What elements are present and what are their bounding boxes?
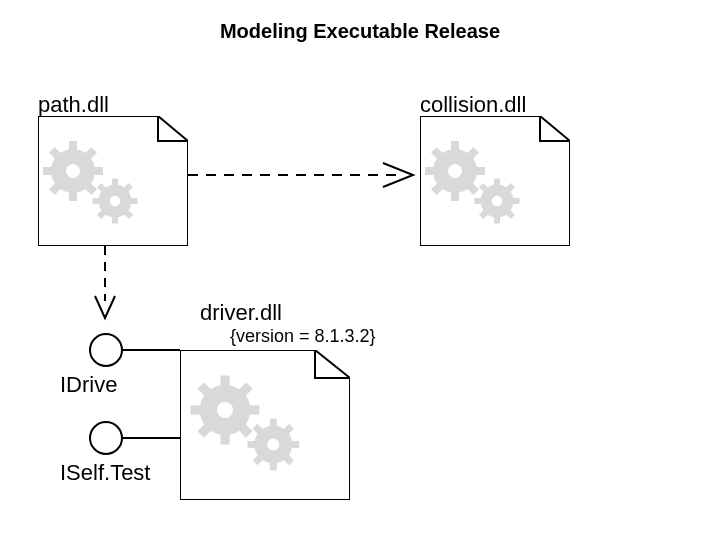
gear-icon: [43, 141, 103, 201]
svg-rect-4: [43, 167, 55, 175]
svg-rect-5: [91, 167, 103, 175]
svg-rect-22: [451, 141, 459, 153]
svg-rect-34: [475, 198, 484, 204]
file-icon: [180, 350, 350, 500]
svg-point-11: [110, 196, 121, 207]
svg-rect-14: [93, 198, 102, 204]
artifact-version-driver: {version = 8.1.3.2}: [230, 326, 376, 347]
artifact-label-path: path.dll: [38, 92, 109, 118]
interface-lollipop-iselftest: [88, 418, 183, 458]
dependency-arrow-path-to-collision: [188, 160, 420, 190]
svg-rect-56: [247, 441, 257, 448]
svg-point-53: [267, 438, 279, 450]
artifact-driver: [180, 350, 350, 500]
svg-rect-47: [246, 405, 260, 414]
svg-rect-44: [220, 376, 229, 390]
interface-lollipop-idrive: [88, 330, 183, 370]
gear-icon: [93, 179, 138, 224]
diagram-stage: path.dll: [0, 60, 720, 540]
gear-icon: [191, 376, 260, 445]
artifact-path: [38, 116, 188, 246]
svg-rect-32: [494, 179, 500, 188]
svg-rect-46: [191, 405, 205, 414]
artifact-collision: [420, 116, 570, 246]
svg-rect-24: [425, 167, 437, 175]
interface-circle-icon: [90, 334, 122, 366]
svg-rect-54: [270, 419, 277, 429]
svg-rect-57: [289, 441, 299, 448]
artifact-label-driver: driver.dll: [200, 300, 282, 326]
file-icon: [420, 116, 570, 246]
svg-rect-2: [69, 141, 77, 153]
svg-rect-23: [451, 189, 459, 201]
svg-rect-15: [129, 198, 138, 204]
gear-icon: [247, 419, 299, 471]
svg-point-1: [66, 164, 80, 178]
svg-rect-13: [112, 215, 118, 224]
svg-rect-35: [511, 198, 520, 204]
svg-rect-33: [494, 215, 500, 224]
svg-point-31: [492, 196, 503, 207]
gear-icon: [425, 141, 485, 201]
svg-rect-12: [112, 179, 118, 188]
svg-point-21: [448, 164, 462, 178]
svg-rect-55: [270, 460, 277, 470]
svg-point-43: [217, 402, 233, 418]
file-icon: [38, 116, 188, 246]
artifact-label-collision: collision.dll: [420, 92, 526, 118]
diagram-title: Modeling Executable Release: [0, 20, 720, 43]
interface-circle-icon: [90, 422, 122, 454]
svg-rect-25: [473, 167, 485, 175]
gear-icon: [475, 179, 520, 224]
interface-label-iselftest: ISelf.Test: [60, 460, 150, 486]
dependency-arrow-path-to-idrive: [90, 246, 120, 326]
svg-rect-3: [69, 189, 77, 201]
interface-label-idrive: IDrive: [60, 372, 117, 398]
svg-rect-45: [220, 431, 229, 445]
